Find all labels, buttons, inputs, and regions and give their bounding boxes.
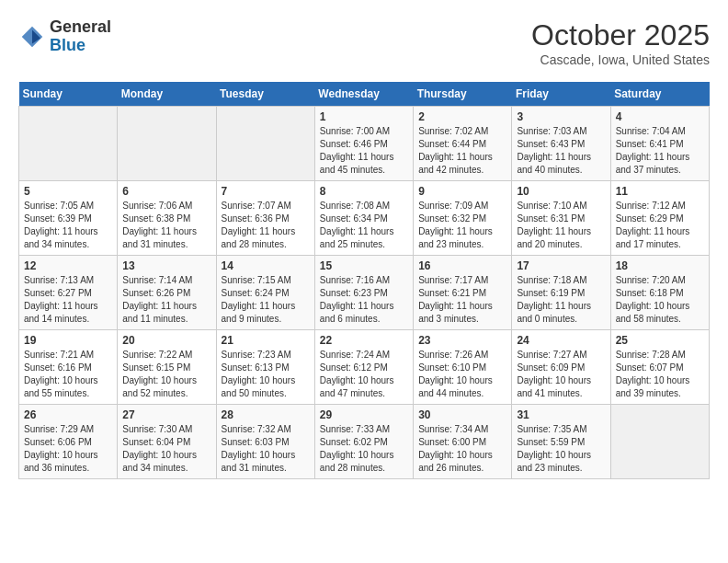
day-header-wednesday: Wednesday	[314, 82, 413, 107]
calendar-title: October 2025	[531, 18, 710, 52]
calendar-cell: 19Sunrise: 7:21 AM Sunset: 6:16 PM Dayli…	[19, 330, 118, 405]
calendar-cell: 27Sunrise: 7:30 AM Sunset: 6:04 PM Dayli…	[118, 405, 216, 479]
calendar-cell: 13Sunrise: 7:14 AM Sunset: 6:26 PM Dayli…	[118, 256, 216, 330]
calendar-cell	[610, 405, 709, 479]
day-header-tuesday: Tuesday	[216, 82, 314, 107]
day-info: Sunrise: 7:14 AM Sunset: 6:26 PM Dayligh…	[122, 274, 210, 326]
page-header: General Blue October 2025 Cascade, Iowa,…	[18, 18, 710, 67]
calendar-cell: 8Sunrise: 7:08 AM Sunset: 6:34 PM Daylig…	[314, 181, 413, 256]
day-info: Sunrise: 7:10 AM Sunset: 6:31 PM Dayligh…	[517, 200, 605, 251]
calendar-cell: 9Sunrise: 7:09 AM Sunset: 6:32 PM Daylig…	[414, 181, 512, 256]
calendar-cell: 4Sunrise: 7:04 AM Sunset: 6:41 PM Daylig…	[610, 107, 709, 181]
calendar-cell: 5Sunrise: 7:05 AM Sunset: 6:39 PM Daylig…	[19, 181, 118, 256]
day-number: 4	[616, 110, 704, 123]
logo-general: General	[50, 18, 111, 37]
calendar-cell: 12Sunrise: 7:13 AM Sunset: 6:27 PM Dayli…	[19, 256, 118, 330]
day-info: Sunrise: 7:00 AM Sunset: 6:46 PM Dayligh…	[320, 125, 408, 177]
day-info: Sunrise: 7:35 AM Sunset: 5:59 PM Dayligh…	[517, 423, 605, 475]
day-info: Sunrise: 7:23 AM Sunset: 6:13 PM Dayligh…	[222, 349, 310, 400]
day-info: Sunrise: 7:30 AM Sunset: 6:04 PM Dayligh…	[122, 423, 210, 475]
day-number: 7	[222, 185, 310, 198]
calendar-cell: 18Sunrise: 7:20 AM Sunset: 6:18 PM Dayli…	[610, 256, 709, 330]
day-info: Sunrise: 7:32 AM Sunset: 6:03 PM Dayligh…	[222, 423, 310, 475]
day-info: Sunrise: 7:29 AM Sunset: 6:06 PM Dayligh…	[24, 423, 112, 475]
day-number: 17	[517, 259, 605, 272]
day-info: Sunrise: 7:22 AM Sunset: 6:15 PM Dayligh…	[122, 349, 210, 400]
day-header-thursday: Thursday	[414, 82, 512, 107]
calendar-cell: 11Sunrise: 7:12 AM Sunset: 6:29 PM Dayli…	[610, 181, 709, 256]
calendar-cell: 10Sunrise: 7:10 AM Sunset: 6:31 PM Dayli…	[512, 181, 610, 256]
week-row-3: 12Sunrise: 7:13 AM Sunset: 6:27 PM Dayli…	[19, 256, 710, 330]
calendar-cell: 23Sunrise: 7:26 AM Sunset: 6:10 PM Dayli…	[414, 330, 512, 405]
day-info: Sunrise: 7:04 AM Sunset: 6:41 PM Dayligh…	[616, 125, 704, 177]
logo-text: General Blue	[50, 18, 111, 55]
day-number: 26	[24, 408, 112, 421]
day-info: Sunrise: 7:33 AM Sunset: 6:02 PM Dayligh…	[320, 423, 408, 475]
day-info: Sunrise: 7:17 AM Sunset: 6:21 PM Dayligh…	[418, 274, 506, 326]
day-info: Sunrise: 7:20 AM Sunset: 6:18 PM Dayligh…	[616, 274, 704, 326]
calendar-cell: 1Sunrise: 7:00 AM Sunset: 6:46 PM Daylig…	[314, 107, 413, 181]
day-header-row: SundayMondayTuesdayWednesdayThursdayFrid…	[19, 82, 710, 107]
calendar-cell: 28Sunrise: 7:32 AM Sunset: 6:03 PM Dayli…	[216, 405, 314, 479]
day-info: Sunrise: 7:07 AM Sunset: 6:36 PM Dayligh…	[222, 200, 310, 251]
day-info: Sunrise: 7:13 AM Sunset: 6:27 PM Dayligh…	[24, 274, 112, 326]
calendar-cell: 3Sunrise: 7:03 AM Sunset: 6:43 PM Daylig…	[512, 107, 610, 181]
calendar-table: SundayMondayTuesdayWednesdayThursdayFrid…	[18, 82, 710, 479]
week-row-2: 5Sunrise: 7:05 AM Sunset: 6:39 PM Daylig…	[19, 181, 710, 256]
day-header-friday: Friday	[512, 82, 610, 107]
calendar-cell: 22Sunrise: 7:24 AM Sunset: 6:12 PM Dayli…	[314, 330, 413, 405]
calendar-cell: 26Sunrise: 7:29 AM Sunset: 6:06 PM Dayli…	[19, 405, 118, 479]
day-info: Sunrise: 7:15 AM Sunset: 6:24 PM Dayligh…	[222, 274, 310, 326]
day-number: 28	[222, 408, 310, 421]
calendar-cell	[118, 107, 216, 181]
calendar-cell: 6Sunrise: 7:06 AM Sunset: 6:38 PM Daylig…	[118, 181, 216, 256]
day-number: 25	[616, 334, 704, 347]
day-header-monday: Monday	[118, 82, 216, 107]
calendar-cell	[216, 107, 314, 181]
day-number: 3	[517, 110, 605, 123]
calendar-cell: 20Sunrise: 7:22 AM Sunset: 6:15 PM Dayli…	[118, 330, 216, 405]
day-number: 2	[418, 110, 506, 123]
logo: General Blue	[18, 18, 111, 55]
day-info: Sunrise: 7:05 AM Sunset: 6:39 PM Dayligh…	[24, 200, 112, 251]
day-number: 11	[616, 185, 704, 198]
week-row-5: 26Sunrise: 7:29 AM Sunset: 6:06 PM Dayli…	[19, 405, 710, 479]
calendar-subtitle: Cascade, Iowa, United States	[531, 52, 710, 67]
calendar-cell: 25Sunrise: 7:28 AM Sunset: 6:07 PM Dayli…	[610, 330, 709, 405]
calendar-cell: 17Sunrise: 7:18 AM Sunset: 6:19 PM Dayli…	[512, 256, 610, 330]
day-number: 8	[320, 185, 408, 198]
logo-icon	[18, 23, 46, 51]
calendar-cell: 29Sunrise: 7:33 AM Sunset: 6:02 PM Dayli…	[314, 405, 413, 479]
day-number: 29	[320, 408, 408, 421]
day-number: 16	[418, 259, 506, 272]
day-info: Sunrise: 7:16 AM Sunset: 6:23 PM Dayligh…	[320, 274, 408, 326]
day-number: 5	[24, 185, 112, 198]
day-number: 22	[320, 334, 408, 347]
calendar-cell: 31Sunrise: 7:35 AM Sunset: 5:59 PM Dayli…	[512, 405, 610, 479]
day-info: Sunrise: 7:02 AM Sunset: 6:44 PM Dayligh…	[418, 125, 506, 177]
calendar-cell	[19, 107, 118, 181]
day-info: Sunrise: 7:08 AM Sunset: 6:34 PM Dayligh…	[320, 200, 408, 251]
day-info: Sunrise: 7:27 AM Sunset: 6:09 PM Dayligh…	[517, 349, 605, 400]
day-number: 9	[418, 185, 506, 198]
day-number: 14	[222, 259, 310, 272]
day-number: 27	[122, 408, 210, 421]
day-info: Sunrise: 7:06 AM Sunset: 6:38 PM Dayligh…	[122, 200, 210, 251]
day-number: 12	[24, 259, 112, 272]
week-row-1: 1Sunrise: 7:00 AM Sunset: 6:46 PM Daylig…	[19, 107, 710, 181]
day-number: 6	[122, 185, 210, 198]
day-info: Sunrise: 7:26 AM Sunset: 6:10 PM Dayligh…	[418, 349, 506, 400]
day-header-saturday: Saturday	[610, 82, 709, 107]
day-number: 18	[616, 259, 704, 272]
day-number: 1	[320, 110, 408, 123]
calendar-cell: 15Sunrise: 7:16 AM Sunset: 6:23 PM Dayli…	[314, 256, 413, 330]
day-number: 31	[517, 408, 605, 421]
day-number: 10	[517, 185, 605, 198]
logo-blue: Blue	[50, 37, 111, 55]
day-number: 21	[222, 334, 310, 347]
day-info: Sunrise: 7:34 AM Sunset: 6:00 PM Dayligh…	[418, 423, 506, 475]
day-header-sunday: Sunday	[19, 82, 118, 107]
day-number: 30	[418, 408, 506, 421]
calendar-cell: 14Sunrise: 7:15 AM Sunset: 6:24 PM Dayli…	[216, 256, 314, 330]
day-number: 20	[122, 334, 210, 347]
